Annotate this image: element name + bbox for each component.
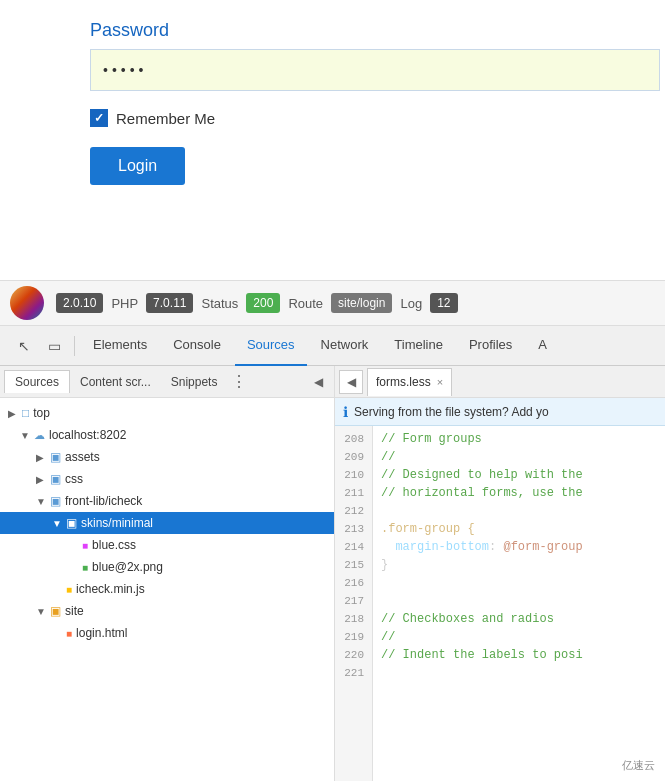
- php-version-badge: 7.0.11: [146, 293, 193, 313]
- tab-profiles[interactable]: Profiles: [457, 326, 524, 366]
- code-line-219: //: [381, 628, 657, 646]
- info-bar: ℹ Serving from the file system? Add yo: [335, 398, 665, 426]
- tab-timeline[interactable]: Timeline: [382, 326, 455, 366]
- folder-icon-skins: ▣: [66, 516, 77, 530]
- code-line-212: [381, 502, 657, 520]
- code-line-210: // Designed to help with the: [381, 466, 657, 484]
- line-num-213: 213: [335, 520, 372, 538]
- device-icon[interactable]: ▭: [40, 332, 68, 360]
- tree-label-site: site: [65, 604, 84, 618]
- tab-sources[interactable]: Sources: [235, 326, 307, 366]
- arrow-localhost: ▼: [20, 430, 30, 441]
- line-num-220: 220: [335, 646, 372, 664]
- remember-me-checkbox[interactable]: ✓: [90, 109, 108, 127]
- tree-item-blue-css[interactable]: ■ blue.css: [0, 534, 334, 556]
- arrow-assets: ▶: [36, 452, 46, 463]
- collapse-icon[interactable]: ◀: [306, 370, 330, 394]
- tab-console[interactable]: Console: [161, 326, 233, 366]
- arrow-top: ▶: [8, 408, 18, 419]
- code-line-208: // Form groups: [381, 430, 657, 448]
- log-label: Log: [400, 296, 422, 311]
- tab-divider: [74, 336, 75, 356]
- code-view: 208 209 210 211 212 213 214 215 216 217 …: [335, 426, 665, 781]
- sources-tab-snippets[interactable]: Snippets: [161, 371, 228, 393]
- line-numbers: 208 209 210 211 212 213 214 215 216 217 …: [335, 426, 373, 781]
- tab-more[interactable]: A: [526, 326, 559, 366]
- forms-less-tab[interactable]: forms.less ×: [367, 368, 452, 396]
- line-num-211: 211: [335, 484, 372, 502]
- code-line-209: //: [381, 448, 657, 466]
- code-content: // Form groups // // Designed to help wi…: [373, 426, 665, 781]
- code-line-213: .form-group {: [381, 520, 657, 538]
- sources-tabs-bar: Sources Content scr... Snippets ⋮ ◀: [0, 366, 334, 398]
- line-num-218: 218: [335, 610, 372, 628]
- password-input-wrapper[interactable]: •••••: [90, 49, 660, 91]
- tree-item-css[interactable]: ▶ ▣ css: [0, 468, 334, 490]
- line-num-221: 221: [335, 664, 372, 682]
- line-num-217: 217: [335, 592, 372, 610]
- devtools-bar: 2.0.10 PHP 7.0.11 Status 200 Route site/…: [0, 280, 665, 326]
- php-label: PHP: [111, 296, 138, 311]
- yii-logo: [10, 286, 44, 320]
- watermark-text: 亿速云: [622, 759, 655, 771]
- tree-label-skins: skins/minimal: [81, 516, 153, 530]
- code-panel: ◀ forms.less × ℹ Serving from the file s…: [335, 366, 665, 781]
- tree-item-top[interactable]: ▶ □ top: [0, 402, 334, 424]
- tree-item-blue-png[interactable]: ■ blue@2x.png: [0, 556, 334, 578]
- tree-label-top: top: [33, 406, 50, 420]
- checkmark-icon: ✓: [94, 111, 104, 125]
- code-line-217: [381, 592, 657, 610]
- sources-tab-content[interactable]: Content scr...: [70, 371, 161, 393]
- tree-item-site[interactable]: ▼ ▣ site: [0, 600, 334, 622]
- status-label: Status: [201, 296, 238, 311]
- code-line-220: // Indent the labels to posi: [381, 646, 657, 664]
- tree-label-blue-css: blue.css: [92, 538, 136, 552]
- watermark: 亿速云: [618, 756, 659, 775]
- cursor-icon[interactable]: ↖: [10, 332, 38, 360]
- forms-less-label: forms.less: [376, 375, 431, 389]
- code-line-221: [381, 664, 657, 682]
- tree-item-fronlib[interactable]: ▼ ▣ front-lib/icheck: [0, 490, 334, 512]
- tab-network[interactable]: Network: [309, 326, 381, 366]
- tree-item-login-html[interactable]: ■ login.html: [0, 622, 334, 644]
- tree-label-login-html: login.html: [76, 626, 127, 640]
- code-line-214: margin-bottom: @form-group: [381, 538, 657, 556]
- log-count-badge: 12: [430, 293, 457, 313]
- remember-me-row: ✓ Remember Me: [90, 109, 635, 127]
- sources-tab-sources[interactable]: Sources: [4, 370, 70, 393]
- login-section: Password ••••• ✓ Remember Me Login: [0, 0, 665, 280]
- back-button[interactable]: ◀: [339, 370, 363, 394]
- cloud-icon: ☁: [34, 429, 45, 442]
- password-dots: •••••: [103, 62, 148, 78]
- arrow-skins: ▼: [52, 518, 62, 529]
- tree-label-localhost: localhost:8202: [49, 428, 126, 442]
- tree-item-assets[interactable]: ▶ ▣ assets: [0, 446, 334, 468]
- line-num-219: 219: [335, 628, 372, 646]
- line-num-208: 208: [335, 430, 372, 448]
- line-num-214: 214: [335, 538, 372, 556]
- sources-tab-more[interactable]: ⋮: [227, 370, 251, 394]
- info-text: Serving from the file system? Add yo: [354, 405, 549, 419]
- password-label: Password: [90, 20, 635, 41]
- tree-label-css: css: [65, 472, 83, 486]
- arrow-css: ▶: [36, 474, 46, 485]
- arrow-frontlib: ▼: [36, 496, 46, 507]
- html-file-icon: ■: [66, 628, 72, 639]
- code-line-216: [381, 574, 657, 592]
- tree-item-icheck-js[interactable]: ■ icheck.min.js: [0, 578, 334, 600]
- line-num-209: 209: [335, 448, 372, 466]
- png-file-icon: ■: [82, 562, 88, 573]
- folder-icon-site: ▣: [50, 604, 61, 618]
- folder-icon-css: ▣: [50, 472, 61, 486]
- info-icon: ℹ: [343, 404, 348, 420]
- tree-item-skins[interactable]: ▼ ▣ skins/minimal: [0, 512, 334, 534]
- code-tabs-bar: ◀ forms.less ×: [335, 366, 665, 398]
- devtools-tabs: ↖ ▭ Elements Console Sources Network Tim…: [0, 326, 665, 366]
- sources-panel: Sources Content scr... Snippets ⋮ ◀ ▶ □ …: [0, 366, 665, 781]
- tab-elements[interactable]: Elements: [81, 326, 159, 366]
- login-button[interactable]: Login: [90, 147, 185, 185]
- close-tab-button[interactable]: ×: [437, 376, 443, 388]
- folder-icon-top: □: [22, 406, 29, 420]
- version-badge: 2.0.10: [56, 293, 103, 313]
- tree-item-localhost[interactable]: ▼ ☁ localhost:8202: [0, 424, 334, 446]
